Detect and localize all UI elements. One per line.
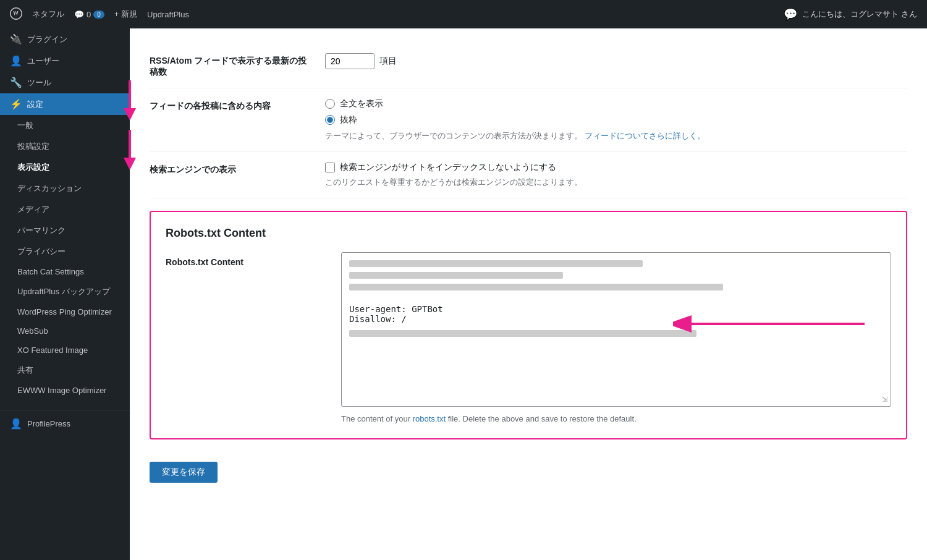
feed-radio-excerpt[interactable]: 抜粋 (325, 114, 907, 125)
sidebar-item-general[interactable]: 一般 (0, 115, 130, 136)
blurred-row-2 (349, 272, 563, 279)
robots-textarea-visual[interactable]: User-agent: GPTBot Disallow: / (341, 252, 891, 407)
resize-handle[interactable]: ⇲ (882, 394, 888, 404)
sidebar-item-updraftplus[interactable]: UpdraftPlus バックアップ (0, 281, 130, 302)
feed-helper-link[interactable]: フィードについてさらに詳しく。 (585, 131, 705, 140)
sidebar-item-tools[interactable]: 🔧 ツール (0, 72, 130, 93)
sidebar-label-permalink: パーマリンク (17, 225, 66, 236)
sidebar-item-profilepress[interactable]: 👤 ProfilePress (0, 410, 130, 435)
sidebar-label-media: メディア (17, 204, 49, 215)
admin-bar-left: ネタフル 💬 0 0 + 新規 UpdraftPlus (10, 7, 189, 22)
sidebar-label-batchcat: Batch Cat Settings (17, 267, 84, 276)
sidebar-item-privacy[interactable]: プライバシー (0, 241, 130, 262)
rss-suffix: 項目 (379, 56, 397, 67)
sidebar-label-users: ユーザー (27, 56, 59, 67)
search-engine-checkbox[interactable] (325, 163, 335, 172)
sidebar-item-users[interactable]: 👤 ユーザー (0, 50, 130, 72)
search-engine-label: 検索エンジンでの表示 (150, 162, 310, 176)
sidebar-label-xofeatured: XO Featured Image (17, 346, 88, 355)
sidebar-label-updraftplus: UpdraftPlus バックアップ (17, 286, 110, 297)
robots-textarea-wrapper: User-agent: GPTBot Disallow: / (341, 252, 891, 423)
search-engine-checkbox-label: 検索エンジンがサイトをインデックスしないようにする (340, 162, 556, 173)
tools-icon: 🔧 (10, 77, 22, 88)
sidebar-item-wppo[interactable]: WordPress Ping Optimizer (0, 302, 130, 321)
feed-radio-full-input[interactable] (325, 99, 335, 109)
save-button[interactable]: 変更を保存 (150, 462, 218, 483)
search-engine-value: 検索エンジンがサイトをインデックスしないようにする このリクエストを尊重するかど… (325, 162, 907, 188)
blurred-row-4 (349, 330, 696, 337)
search-engine-row: 検索エンジンでの表示 検索エンジンがサイトをインデックスしないようにする このリ… (150, 152, 907, 198)
robots-txt-link[interactable]: robots.txt (413, 414, 446, 423)
content-inner: RSS/Atom フィードで表示する最新の投稿数 項目 フィードの各投稿に含める… (130, 28, 927, 560)
sidebar-label-discussion: ディスカッション (17, 183, 82, 194)
sidebar-item-plugins[interactable]: 🔌 プラグイン (0, 28, 130, 50)
sidebar-label-profilepress: ProfilePress (27, 419, 70, 428)
robots-content-row: Robots.txt Content (166, 252, 891, 423)
feed-helper-text: テーマによって、ブラウザーでのコンテンツの表示方法が決まります。 フィードについ… (325, 130, 907, 142)
sidebar-item-discussion[interactable]: ディスカッション (0, 178, 130, 199)
sidebar-item-ewww[interactable]: EWWW Image Optimizer (0, 381, 130, 400)
sidebar-item-batchcat[interactable]: Batch Cat Settings (0, 262, 130, 281)
sidebar-item-sharing[interactable]: 共有 (0, 360, 130, 381)
wp-logo[interactable] (10, 7, 22, 22)
admin-bar: ネタフル 💬 0 0 + 新規 UpdraftPlus 💬 こんにちは、コグレマ… (0, 0, 927, 28)
sidebar-label-websub: WebSub (17, 326, 48, 336)
blurred-row-1 (349, 260, 643, 267)
sidebar-label-sharing: 共有 (17, 365, 33, 376)
sidebar-label-general: 一般 (17, 120, 33, 131)
sidebar-label-wppo: WordPress Ping Optimizer (17, 307, 112, 316)
gptbot-section: User-agent: GPTBot Disallow: / (349, 304, 883, 324)
feed-radio-excerpt-input[interactable] (325, 115, 335, 125)
sidebar-item-media[interactable]: メディア (0, 199, 130, 220)
robots-box: Robots.txt Content Robots.txt Content (150, 211, 907, 439)
admin-bar-right: 💬 こんにちは、コグレマサト さん (784, 7, 917, 21)
feed-settings-row: フィードの各投稿に含める内容 全文を表示 抜粋 テーマによって、ブラウザーでのコ… (150, 88, 907, 152)
profilepress-icon: 👤 (10, 418, 22, 430)
feed-radio-full-label: 全文を表示 (340, 98, 383, 109)
sidebar-item-settings[interactable]: ⚡ 設定 (0, 93, 130, 115)
rss-settings-row: RSS/Atom フィードで表示する最新の投稿数 項目 (150, 43, 907, 88)
new-post-link[interactable]: + 新規 (114, 9, 137, 20)
robots-field-label: Robots.txt Content (166, 252, 326, 267)
site-name[interactable]: ネタフル (32, 9, 64, 20)
admin-greeting: こんにちは、コグレマサト さん (802, 9, 917, 20)
comments-link[interactable]: 💬 0 0 (74, 10, 104, 19)
sidebar-label-writing: 投稿設定 (17, 141, 49, 152)
pink-arrow-annotation (673, 310, 871, 339)
sidebar-label-reading: 表示設定 (17, 162, 49, 173)
main-content: RSS/Atom フィードで表示する最新の投稿数 項目 フィードの各投稿に含める… (130, 28, 927, 560)
plugins-icon: 🔌 (10, 33, 22, 45)
sidebar-item-xofeatured[interactable]: XO Featured Image (0, 341, 130, 360)
blurred-row-3 (349, 284, 723, 291)
sidebar-label-ewww: EWWW Image Optimizer (17, 386, 106, 395)
users-icon: 👤 (10, 55, 22, 67)
sidebar-item-reading[interactable]: 表示設定 (0, 157, 130, 178)
feed-radio-full[interactable]: 全文を表示 (325, 98, 907, 109)
feed-radio-excerpt-label: 抜粋 (340, 114, 357, 125)
sidebar-item-permalink[interactable]: パーマリンク (0, 220, 130, 241)
rss-number-input[interactable] (325, 53, 375, 69)
rss-label: RSS/Atom フィードで表示する最新の投稿数 (150, 53, 310, 78)
feed-options: 全文を表示 抜粋 テーマによって、ブラウザーでのコンテンツの表示方法が決まります… (325, 98, 907, 142)
updraftplus-link[interactable]: UpdraftPlus (147, 10, 189, 19)
sidebar: 🔌 プラグイン 👤 ユーザー 🔧 ツール ⚡ 設定 一般 投稿設定 表示設定 (0, 28, 130, 560)
search-engine-checkbox-option[interactable]: 検索エンジンがサイトをインデックスしないようにする (325, 162, 907, 173)
sidebar-label-plugins: プラグイン (27, 34, 67, 45)
rss-value: 項目 (325, 53, 907, 69)
sidebar-item-websub[interactable]: WebSub (0, 321, 130, 341)
robots-helper-text: The content of your robots.txt file. Del… (341, 414, 891, 423)
blurred-top-block (349, 260, 883, 295)
sidebar-item-writing[interactable]: 投稿設定 (0, 136, 130, 157)
settings-icon: ⚡ (10, 98, 22, 110)
sidebar-label-tools: ツール (27, 77, 51, 88)
comments-badge: 0 (93, 11, 104, 19)
wp-layout: 🔌 プラグイン 👤 ユーザー 🔧 ツール ⚡ 設定 一般 投稿設定 表示設定 (0, 28, 927, 560)
sidebar-label-privacy: プライバシー (17, 246, 66, 257)
robots-box-title: Robots.txt Content (166, 227, 891, 240)
search-engine-helper: このリクエストを尊重するかどうかは検索エンジンの設定によります。 (325, 177, 907, 188)
sidebar-label-settings: 設定 (27, 99, 43, 110)
feed-label: フィードの各投稿に含める内容 (150, 98, 310, 112)
